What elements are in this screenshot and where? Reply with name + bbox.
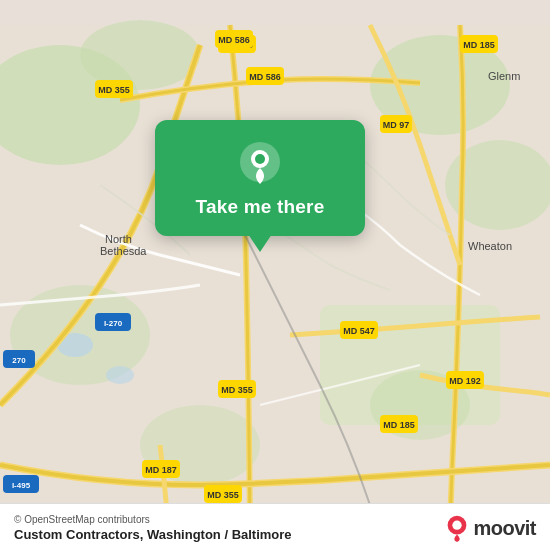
svg-text:MD 187: MD 187 xyxy=(145,465,177,475)
location-popup[interactable]: Take me there xyxy=(155,120,365,236)
take-me-there-button[interactable]: Take me there xyxy=(196,196,325,218)
svg-text:270: 270 xyxy=(12,356,26,365)
svg-point-49 xyxy=(255,154,265,164)
svg-text:MD 355: MD 355 xyxy=(207,490,239,500)
svg-text:Glenm: Glenm xyxy=(488,70,520,82)
map-container: MD 355 MD 586 MD 185 MD 97 MD 355 270 I-… xyxy=(0,0,550,550)
svg-point-10 xyxy=(106,366,134,384)
moovit-pin-icon xyxy=(445,514,469,542)
svg-text:MD 185: MD 185 xyxy=(463,40,495,50)
svg-text:MD 586: MD 586 xyxy=(218,35,250,45)
svg-text:MD 586: MD 586 xyxy=(249,72,281,82)
svg-text:MD 97: MD 97 xyxy=(383,120,410,130)
svg-text:Bethesda: Bethesda xyxy=(100,245,147,257)
map-background: MD 355 MD 586 MD 185 MD 97 MD 355 270 I-… xyxy=(0,0,550,550)
location-title: Custom Contractors, Washington / Baltimo… xyxy=(14,527,292,542)
svg-text:Wheaton: Wheaton xyxy=(468,240,512,252)
osm-credit: © OpenStreetMap contributors xyxy=(14,514,292,525)
moovit-logo: moovit xyxy=(445,514,536,542)
svg-text:I-495: I-495 xyxy=(12,481,31,490)
pin-icon xyxy=(236,138,284,186)
svg-text:MD 192: MD 192 xyxy=(449,376,481,386)
svg-text:MD 355: MD 355 xyxy=(98,85,130,95)
svg-text:North: North xyxy=(105,233,132,245)
bottom-bar: © OpenStreetMap contributors Custom Cont… xyxy=(0,503,550,550)
svg-text:MD 547: MD 547 xyxy=(343,326,375,336)
moovit-label: moovit xyxy=(473,517,536,540)
svg-point-2 xyxy=(80,20,200,90)
svg-text:MD 185: MD 185 xyxy=(383,420,415,430)
svg-text:I-270: I-270 xyxy=(104,319,123,328)
svg-text:MD 355: MD 355 xyxy=(221,385,253,395)
bottom-info: © OpenStreetMap contributors Custom Cont… xyxy=(14,514,292,542)
svg-point-51 xyxy=(453,521,462,530)
